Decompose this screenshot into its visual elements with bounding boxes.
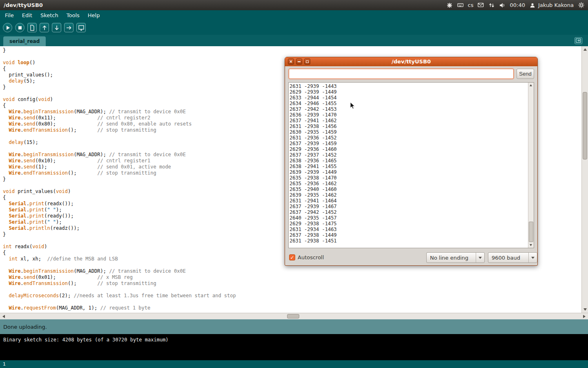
clock[interactable]: 00:40 — [510, 2, 525, 8]
serial-monitor-controls: Autoscroll No line ending 9600 baud — [288, 252, 534, 263]
serial-scroll-down-icon[interactable] — [530, 244, 532, 246]
menu-help[interactable]: Help — [84, 10, 104, 20]
baud-rate-value: 9600 baud — [492, 253, 520, 263]
line-ending-dropdown[interactable]: No line ending — [426, 252, 485, 263]
serial-line: 2637 -2939 -1467 — [290, 204, 527, 209]
scroll-right-arrow-icon[interactable] — [583, 315, 586, 318]
baud-rate-dropdown[interactable]: 9600 baud — [488, 252, 537, 263]
serial-line: 2631 -2934 -1463 — [290, 227, 527, 232]
maximize-icon[interactable] — [304, 58, 310, 65]
send-button[interactable]: Send — [517, 69, 534, 79]
volume-icon[interactable] — [499, 2, 505, 8]
stop-button[interactable] — [15, 23, 24, 32]
autoscroll-checkbox[interactable] — [289, 254, 295, 260]
scroll-up-arrow-icon[interactable] — [584, 48, 587, 51]
serial-line: 2638 -2936 -1465 — [290, 158, 527, 164]
serial-line: 2636 -2939 -1470 — [290, 112, 527, 118]
tab-menu-button[interactable] — [575, 37, 582, 44]
code-line: Wire.send(0x01); // x MSB reg — [3, 274, 581, 280]
status-message: Done uploading. — [3, 324, 47, 330]
serial-monitor-window: × /dev/ttyUSB0 Send 2631 -2939 -14432629… — [285, 57, 538, 266]
serial-monitor-titlebar[interactable]: × /dev/ttyUSB0 — [285, 57, 537, 66]
network-arrows-icon[interactable] — [488, 2, 494, 8]
code-line: delayMicroseconds(2); //needs at least 1… — [3, 293, 581, 299]
line-ending-value: No line ending — [430, 253, 468, 263]
user-menu[interactable]: Jakub Kakona — [530, 2, 574, 8]
keyboard-icon[interactable] — [457, 2, 463, 8]
serial-line: 2635 -2940 -1460 — [290, 186, 527, 192]
serial-line: 2631 -2938 -1456 — [290, 123, 527, 129]
build-console[interactable]: Binary sketch size: 4208 bytes (of a 307… — [0, 334, 588, 360]
scroll-down-arrow-icon[interactable] — [584, 308, 587, 311]
upload-button[interactable] — [64, 23, 74, 32]
menu-sketch[interactable]: Sketch — [36, 10, 62, 20]
menubar: File Edit Sketch Tools Help — [0, 10, 588, 20]
code-line: Wire.beginTransmission(MAG_ADDR); // tra… — [3, 268, 581, 274]
serial-line: 2640 -2935 -1457 — [290, 215, 527, 221]
close-icon[interactable]: × — [288, 58, 294, 65]
menu-tools[interactable]: Tools — [62, 10, 84, 20]
chevron-down-icon[interactable] — [528, 253, 537, 263]
line-number-bar: 1 — [0, 360, 588, 368]
current-line-number: 1 — [3, 361, 6, 367]
serial-scroll-thumb[interactable] — [529, 222, 533, 242]
serial-line: 2634 -2946 -1455 — [290, 101, 527, 106]
window-title: /dev/ttyUSB0 — [4, 2, 43, 8]
serial-line: 2638 -2941 -1455 — [290, 164, 527, 169]
menu-edit[interactable]: Edit — [18, 10, 36, 20]
serial-send-input[interactable] — [289, 69, 514, 79]
serial-line: 2637 -2939 -1459 — [290, 141, 527, 146]
minimize-icon[interactable] — [296, 58, 302, 65]
chevron-down-icon[interactable] — [476, 253, 484, 263]
tab-serial-read[interactable]: serial_read — [3, 36, 46, 46]
serial-line: 2633 -2944 -1454 — [290, 95, 527, 101]
serial-monitor-button[interactable] — [76, 23, 86, 32]
top-panel: /dev/ttyUSB0 cs 00:40 Jakub Kakona — [0, 0, 588, 10]
serial-line: 2629 -2939 -1449 — [290, 89, 527, 95]
editor-vertical-scrollbar[interactable] — [581, 46, 588, 313]
serial-line: 2637 -2942 -1453 — [290, 106, 527, 112]
code-line: Wire.endTransmission(); // stop transmit… — [3, 280, 581, 287]
serial-line: 2635 -2936 -1462 — [290, 181, 527, 186]
mouse-cursor — [350, 102, 356, 112]
editor-hscroll-thumb[interactable] — [287, 314, 299, 319]
serial-line: 2637 -2937 -1452 — [290, 152, 527, 158]
serial-line: 2637 -2941 -1462 — [290, 118, 527, 123]
verify-button[interactable] — [3, 23, 12, 32]
editor-horizontal-scrollbar[interactable] — [0, 313, 588, 319]
menu-file[interactable]: File — [1, 10, 18, 20]
autoscroll-label[interactable]: Autoscroll — [298, 254, 324, 260]
user-name: Jakub Kakona — [538, 2, 574, 8]
serial-line: 2630 -2935 -1459 — [290, 129, 527, 135]
serial-line: 2629 -2938 -1475 — [290, 221, 527, 227]
save-button[interactable] — [52, 23, 61, 32]
serial-line: 2631 -2936 -1452 — [290, 135, 527, 141]
open-button[interactable] — [40, 23, 49, 32]
scroll-left-arrow-icon[interactable] — [2, 315, 5, 318]
serial-line: 2631 -2938 -1451 — [290, 238, 527, 244]
serial-line: 2631 -2941 -1464 — [290, 198, 527, 204]
serial-line: 2639 -2935 -1462 — [290, 192, 527, 198]
serial-output[interactable]: 2631 -2939 -14432629 -2939 -14492633 -29… — [288, 82, 534, 248]
code-line: Wire.requestFrom(MAG_ADDR, 1); // reques… — [3, 305, 581, 311]
serial-line: 2639 -2939 -1449 — [290, 169, 527, 175]
indicator-icon[interactable] — [447, 2, 453, 8]
code-line: } — [3, 47, 581, 54]
keyboard-layout-label[interactable]: cs — [468, 2, 474, 8]
status-bar: Done uploading. — [0, 319, 588, 334]
serial-monitor-title: /dev/ttyUSB0 — [392, 58, 431, 65]
serial-scrollbar[interactable] — [528, 83, 534, 248]
new-sketch-button[interactable] — [27, 23, 37, 32]
serial-line: 2631 -2939 -1443 — [290, 83, 527, 89]
serial-line: 2635 -2938 -1470 — [290, 175, 527, 181]
user-icon — [530, 2, 536, 8]
session-gear-icon[interactable] — [578, 2, 584, 8]
tab-strip: serial_read — [0, 35, 588, 46]
serial-line: 2637 -2938 -1449 — [290, 232, 527, 238]
mail-icon[interactable] — [478, 2, 484, 8]
editor-vscroll-thumb[interactable] — [583, 92, 587, 159]
serial-line: 2637 -2942 -1452 — [290, 209, 527, 215]
code-line — [3, 299, 581, 305]
toolbar — [0, 20, 588, 35]
serial-scroll-up-icon[interactable] — [530, 84, 532, 86]
